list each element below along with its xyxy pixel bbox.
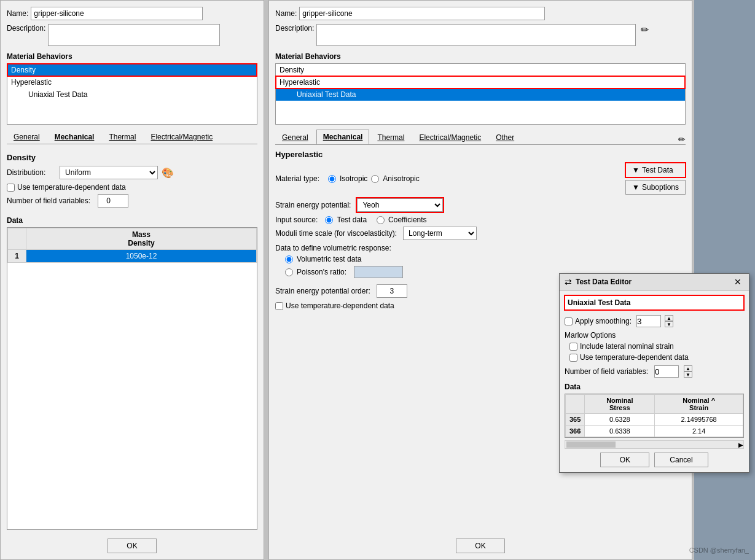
left-temp-checkbox-row: Use temperature-dependent data <box>7 183 257 192</box>
right-testdata-radio[interactable] <box>325 216 333 224</box>
dialog-row-366-stress[interactable]: 0.6338 <box>585 426 655 437</box>
right-anisotropic-label: Anisotropic <box>383 174 419 183</box>
right-inputsource-row: Input source: Test data Coefficients <box>275 216 686 224</box>
right-ok-button[interactable]: OK <box>456 539 505 553</box>
left-name-label: Name: <box>7 9 28 18</box>
dialog-smoothing-spinners: ▲ ▼ <box>665 315 673 327</box>
dialog-fieldvars-down[interactable]: ▼ <box>684 371 692 378</box>
right-strain-energy-row: Strain energy potential: Yeoh <box>275 198 686 212</box>
right-tab-pencil-btn[interactable]: ✏ <box>678 134 686 144</box>
dialog-smoothing-down[interactable]: ▼ <box>665 321 673 327</box>
right-tab-electrical[interactable]: Electrical/Magnetic <box>412 130 488 144</box>
right-desc-input[interactable] <box>316 24 636 46</box>
right-isotropic-radio[interactable] <box>328 175 336 183</box>
left-name-row: Name: <box>7 7 257 20</box>
dialog-hscroll-right[interactable]: ▶ <box>738 441 743 448</box>
dialog-title-bar: ⇄ Test Data Editor ✕ <box>560 274 749 290</box>
dialog-fieldvars-input[interactable] <box>654 365 679 378</box>
left-fieldvars-input[interactable] <box>98 194 128 208</box>
dialog-fieldvars-label: Number of field variables: <box>565 367 648 376</box>
left-desc-label: Description: <box>7 24 45 33</box>
left-behavior-density[interactable]: Density <box>7 64 257 76</box>
dialog-body: Uniaxial Test Data Apply smoothing: ▲ ▼ … <box>560 290 749 472</box>
left-behavior-hyperelastic[interactable]: Hyperelastic <box>7 76 257 88</box>
table-row: 366 0.6338 2.14 <box>566 426 743 437</box>
left-ok-button[interactable]: OK <box>108 539 157 553</box>
table-row: 365 0.6328 2.14995768 <box>566 414 743 426</box>
right-tab-bar: General Mechanical Thermal Electrical/Ma… <box>275 130 686 145</box>
left-name-input[interactable] <box>31 7 203 20</box>
right-poissons-label: Poisson's ratio: <box>297 268 346 276</box>
right-tab-other[interactable]: Other <box>489 130 521 144</box>
right-desc-label: Description: <box>275 24 314 33</box>
watermark: CSDN @sherryfan_ <box>689 546 749 554</box>
dialog-tempdata-checkbox[interactable] <box>569 354 577 362</box>
left-fieldvars-row: Number of field variables: <box>7 194 257 208</box>
left-tab-general[interactable]: General <box>7 130 47 144</box>
dialog-row-365-stress[interactable]: 0.6328 <box>585 414 655 426</box>
left-fieldvars-label: Number of field variables: <box>7 196 90 205</box>
right-anisotropic-radio[interactable] <box>371 175 379 183</box>
dialog-ok-button[interactable]: OK <box>600 453 649 467</box>
dialog-row-365-strain[interactable]: 2.14995768 <box>655 414 743 426</box>
dialog-data-scroll[interactable]: NominalStress Nominal ^Strain 365 0.6328… <box>565 394 744 438</box>
right-strain-energy-label: Strain energy potential: <box>275 201 351 209</box>
right-tab-general[interactable]: General <box>275 130 315 144</box>
right-poissons-input[interactable] <box>354 266 403 278</box>
left-row-1-mass-density[interactable]: 1050e-12 <box>26 250 257 263</box>
right-behavior-uniaxial[interactable]: Uniaxial Test Data <box>276 88 685 101</box>
dialog-row-365-num: 365 <box>566 414 585 426</box>
dialog-smoothing-row: Apply smoothing: ▲ ▼ <box>565 315 744 327</box>
right-tab-mechanical[interactable]: Mechanical <box>316 130 370 144</box>
right-behaviors-list: Density Hyperelastic Uniaxial Test Data <box>275 63 686 125</box>
left-desc-input[interactable] <box>48 24 220 46</box>
dialog-smoothing-value[interactable] <box>636 315 661 327</box>
test-data-arrow: ▼ <box>632 166 640 174</box>
left-tab-thermal[interactable]: Thermal <box>102 130 143 144</box>
dialog-title-text: Test Data Editor <box>576 278 728 286</box>
right-behavior-density[interactable]: Density <box>276 64 685 76</box>
right-moduli-select[interactable]: Long-term <box>403 227 477 240</box>
test-data-button[interactable]: ▼ Test Data <box>625 163 686 177</box>
suboptions-button[interactable]: ▼ Suboptions <box>625 180 686 195</box>
left-row-1-num: 1 <box>8 250 26 263</box>
dialog-lateral-row: Include lateral nominal strain <box>569 342 744 351</box>
right-temperature-checkbox[interactable] <box>275 302 283 310</box>
left-panel: Name: Description: Material Behaviors De… <box>0 0 264 560</box>
dialog-hscrollbar[interactable]: ▶ <box>565 440 744 449</box>
dialog-lateral-checkbox[interactable] <box>569 343 577 351</box>
right-volumetric-test-radio[interactable] <box>285 255 293 263</box>
dialog-fieldvars-up[interactable]: ▲ <box>684 365 692 371</box>
left-tab-mechanical[interactable]: Mechanical <box>48 130 101 144</box>
right-name-input[interactable] <box>299 7 545 20</box>
right-strain-order-input[interactable] <box>377 284 407 298</box>
dialog-row-366-strain[interactable]: 2.14 <box>655 426 743 437</box>
dialog-smoothing-up[interactable]: ▲ <box>665 315 673 321</box>
left-data-table-container: MassDensity 1 1050e-12 <box>7 227 257 530</box>
right-moduli-label: Moduli time scale (for viscoelasticity): <box>275 229 397 238</box>
dialog-header-nominal-stress: NominalStress <box>585 395 655 414</box>
left-temp-checkbox[interactable] <box>7 184 15 192</box>
right-poissons-radio[interactable] <box>285 268 293 276</box>
right-volumetric-radio-row1: Volumetric test data <box>285 255 686 263</box>
left-desc-row: Description: <box>7 24 257 46</box>
right-materialtype-row: Material type: Isotropic Anisotropic ▼ T… <box>275 163 686 195</box>
right-behavior-hyperelastic[interactable]: Hyperelastic <box>276 76 685 88</box>
right-desc-row: Description: ✏ <box>275 24 686 46</box>
dialog-hscrollbar-thumb[interactable] <box>566 441 616 448</box>
dialog-close-button[interactable]: ✕ <box>732 277 744 287</box>
dialog-cancel-button[interactable]: Cancel <box>654 453 708 467</box>
left-data-title: Data <box>7 216 257 225</box>
right-strain-energy-select[interactable]: Yeoh <box>357 198 443 212</box>
left-behavior-uniaxial[interactable]: Uniaxial Test Data <box>7 88 257 101</box>
dialog-smoothing-checkbox[interactable] <box>565 317 573 325</box>
right-tab-thermal[interactable]: Thermal <box>370 130 411 144</box>
left-temp-label: Use temperature-dependent data <box>17 183 126 192</box>
right-coefficients-radio[interactable] <box>377 216 385 224</box>
table-row: 1 1050e-12 <box>8 250 257 263</box>
left-distribution-select[interactable]: Uniform <box>60 166 158 179</box>
dialog-fieldvars-spinners: ▲ ▼ <box>684 365 692 378</box>
pencil-icon[interactable]: ✏ <box>641 24 649 36</box>
right-volumetric-label: Data to define volumetric response: <box>275 244 686 252</box>
left-tab-electrical[interactable]: Electrical/Magnetic <box>144 130 219 144</box>
